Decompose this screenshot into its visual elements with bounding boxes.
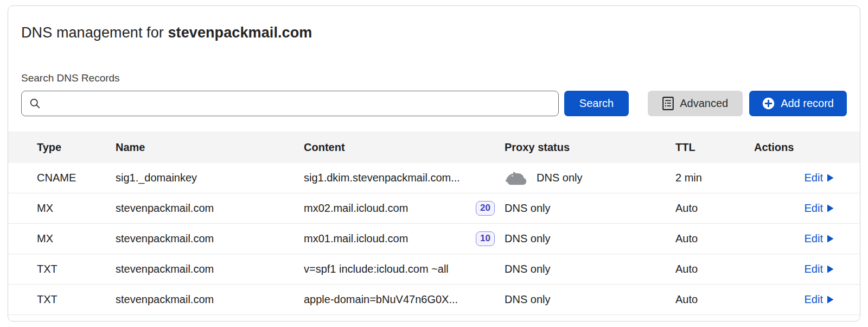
proxy-status-text: DNS only: [505, 232, 550, 245]
table-row: MX stevenpackmail.com mx02.mail.icloud.c…: [8, 193, 860, 224]
edit-caret-icon: [827, 204, 834, 212]
page-title-prefix: DNS management for: [21, 24, 164, 41]
edit-caret-icon: [827, 235, 834, 243]
search-box[interactable]: [21, 91, 559, 116]
content-text: apple-domain=bNuV47n6G0X...: [304, 293, 458, 306]
search-icon: [29, 98, 41, 109]
cell-type: TXT: [37, 263, 116, 275]
table-row: TXT stevenpackmail.com apple-domain=bNuV…: [8, 285, 860, 315]
edit-caret-icon: [827, 174, 834, 182]
search-row: Search Advanced Add record: [21, 91, 847, 116]
content-text: mx02.mail.icloud.com: [304, 202, 408, 215]
content-text: v=spf1 include:icloud.com ~all: [304, 263, 449, 275]
edit-link-text: Edit: [805, 263, 823, 275]
search-label: Search DNS Records: [21, 72, 847, 84]
edit-link[interactable]: Edit: [805, 202, 834, 215]
content-text: sig1.dkim.stevenpackmail.com...: [304, 172, 460, 184]
cell-ttl: Auto: [675, 263, 754, 275]
cell-name: stevenpackmail.com: [116, 202, 304, 215]
cell-name: stevenpackmail.com: [116, 263, 304, 275]
edit-link-text: Edit: [805, 172, 823, 184]
edit-link-text: Edit: [805, 232, 823, 245]
search-input[interactable]: [46, 91, 551, 116]
cell-actions: Edit: [754, 202, 860, 215]
dns-management-card: DNS management forstevenpackmail.com Sea…: [8, 5, 860, 322]
add-record-button[interactable]: Add record: [749, 91, 847, 116]
cell-type: MX: [37, 232, 116, 245]
header-actions: Actions: [754, 141, 860, 154]
header-ttl: TTL: [675, 141, 754, 154]
advanced-button[interactable]: Advanced: [648, 91, 743, 116]
plus-circle-icon: [762, 97, 775, 110]
header-name: Name: [116, 141, 304, 154]
cell-type: TXT: [37, 293, 116, 306]
cell-content: v=spf1 include:icloud.com ~all: [304, 263, 505, 275]
cell-content: mx01.mail.icloud.com 10: [304, 231, 505, 246]
cell-name: stevenpackmail.com: [116, 232, 304, 245]
cell-proxy-status: DNS only: [505, 170, 675, 186]
priority-badge: 10: [476, 231, 495, 246]
proxy-status-text: DNS only: [505, 293, 550, 306]
cell-actions: Edit: [754, 172, 860, 184]
cell-content: mx02.mail.icloud.com 20: [304, 201, 505, 215]
cell-proxy-status: DNS only: [505, 293, 675, 306]
cell-proxy-status: DNS only: [505, 232, 675, 245]
edit-link[interactable]: Edit: [805, 172, 834, 184]
edit-caret-icon: [827, 295, 834, 304]
cell-name: stevenpackmail.com: [116, 293, 304, 306]
cell-ttl: Auto: [675, 232, 754, 245]
table-header-row: Type Name Content Proxy status TTL Actio…: [8, 131, 860, 163]
cell-actions: Edit: [754, 263, 860, 275]
cell-actions: Edit: [754, 232, 860, 245]
cell-proxy-status: DNS only: [505, 202, 675, 215]
cell-name: sig1._domainkey: [116, 172, 304, 184]
proxy-status-text: DNS only: [537, 172, 582, 184]
header-content: Content: [304, 141, 505, 154]
edit-link[interactable]: Edit: [805, 232, 834, 245]
proxy-status-text: DNS only: [505, 202, 550, 215]
proxy-status-text: DNS only: [505, 263, 550, 275]
cell-ttl: Auto: [675, 202, 754, 215]
list-document-icon: [662, 97, 674, 110]
cell-ttl: 2 min: [675, 172, 754, 184]
table-row: CNAME sig1._domainkey sig1.dkim.stevenpa…: [8, 163, 860, 193]
cell-ttl: Auto: [675, 293, 754, 306]
edit-caret-icon: [827, 265, 834, 273]
edit-link-text: Edit: [805, 293, 823, 306]
edit-link-text: Edit: [805, 202, 823, 215]
priority-badge: 20: [476, 201, 495, 215]
cell-content: apple-domain=bNuV47n6G0X...: [304, 293, 505, 306]
add-record-button-label: Add record: [781, 97, 834, 110]
search-button[interactable]: Search: [564, 91, 629, 116]
cell-content: sig1.dkim.stevenpackmail.com...: [304, 172, 505, 184]
edit-link[interactable]: Edit: [805, 293, 834, 306]
header-proxy-status: Proxy status: [505, 141, 675, 154]
table-body: CNAME sig1._domainkey sig1.dkim.stevenpa…: [8, 163, 860, 315]
cell-type: CNAME: [37, 172, 116, 184]
dns-records-table: Type Name Content Proxy status TTL Actio…: [8, 131, 860, 315]
table-row: MX stevenpackmail.com mx01.mail.icloud.c…: [8, 224, 860, 254]
header-type: Type: [37, 141, 116, 154]
table-row: TXT stevenpackmail.com v=spf1 include:ic…: [8, 254, 860, 285]
advanced-button-label: Advanced: [680, 97, 728, 110]
cell-proxy-status: DNS only: [505, 263, 675, 275]
edit-link[interactable]: Edit: [805, 263, 834, 275]
cell-actions: Edit: [754, 293, 860, 306]
content-text: mx01.mail.icloud.com: [304, 232, 408, 245]
page-title: DNS management forstevenpackmail.com: [21, 24, 847, 41]
cell-type: MX: [37, 202, 116, 215]
page-title-domain: stevenpackmail.com: [168, 24, 312, 41]
dns-only-cloud-icon: [505, 170, 528, 186]
